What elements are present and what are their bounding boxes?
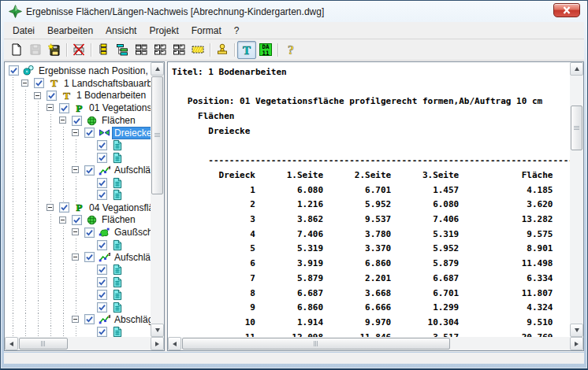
tree-item-label[interactable]: Abschläge: [112, 314, 151, 325]
outline-list-button[interactable]: [94, 41, 113, 59]
arrange-windows-1-button[interactable]: [132, 41, 151, 59]
tree-item-dreiecke[interactable]: Dreiecke: [5, 127, 151, 139]
tree-checkbox[interactable]: [95, 239, 110, 251]
tree-collapse-button[interactable]: [57, 114, 69, 127]
tree-item-label[interactable]: Dreiecke: [112, 127, 151, 139]
tree-item-abschl-ge[interactable]: ±Abschläge: [5, 313, 151, 326]
tree-item-document[interactable]: [5, 301, 151, 313]
tree-item-gau-sche[interactable]: Gaußsche: [5, 226, 151, 239]
tree-horizontal-scrollbar[interactable]: [5, 337, 164, 350]
tree-item-aufschl-ge[interactable]: ±Aufschläge: [5, 164, 151, 176]
tree-checkbox[interactable]: [95, 176, 110, 189]
tree-item-document[interactable]: [5, 152, 151, 165]
tree-checkbox[interactable]: [95, 139, 110, 152]
tree-checkbox[interactable]: [95, 288, 110, 301]
save-as-button[interactable]: [45, 41, 64, 59]
tree-item-document[interactable]: [5, 276, 151, 289]
tree-checkbox[interactable]: [82, 313, 97, 326]
tree-item-04-vegationsfl-chen[interactable]: P04 Vegationsflächen: [5, 202, 151, 214]
select-area-button[interactable]: [188, 41, 207, 59]
tree-item-document[interactable]: [5, 176, 151, 189]
tree-collapse-button[interactable]: [69, 226, 82, 239]
tree-collapse-button[interactable]: [19, 77, 32, 90]
tree-vscroll-thumb[interactable]: [151, 76, 163, 194]
menu-ansicht[interactable]: Ansicht: [99, 23, 143, 39]
tree-collapse-button[interactable]: [57, 214, 69, 227]
format-text-button[interactable]: T: [237, 41, 256, 59]
tree-item-document[interactable]: [5, 239, 151, 251]
arrange-windows-3-button[interactable]: [169, 41, 188, 59]
tree-checkbox[interactable]: [44, 90, 59, 102]
tree-vertical-scrollbar[interactable]: [151, 62, 164, 337]
new-document-button[interactable]: [7, 41, 26, 59]
tree-hscroll-thumb[interactable]: [19, 338, 68, 350]
tree-item-document[interactable]: [5, 264, 151, 276]
tree-item-label[interactable]: 04 Vegationsflächen: [87, 202, 151, 213]
tree-item-label[interactable]: Ergebnisse nach Position, Län: [36, 65, 151, 76]
tree-item-label[interactable]: 1 Bodenarbeiten: [74, 90, 148, 101]
report-hscroll-thumb[interactable]: [182, 338, 450, 350]
tree-checkbox[interactable]: [95, 264, 110, 276]
tree-checkbox[interactable]: [57, 202, 72, 214]
close-button[interactable]: [553, 3, 580, 17]
report-vertical-scrollbar[interactable]: [570, 62, 583, 337]
scroll-right-button[interactable]: [570, 337, 583, 350]
tree-item-1-landschaftsbauarbeiten[interactable]: T1 Landschaftsbauarbeiten: [5, 77, 151, 90]
tree-item-fl-chen[interactable]: Flächen: [5, 214, 151, 227]
menu-datei[interactable]: Datei: [6, 23, 41, 39]
tree-checkbox[interactable]: [95, 301, 110, 313]
tree-item-01-vegetationsfl-che[interactable]: P01 Vegetationsfläche: [5, 102, 151, 114]
tree-collapse-button[interactable]: [69, 251, 82, 264]
tree-item-document[interactable]: [5, 189, 151, 202]
tree-checkbox[interactable]: [69, 114, 84, 127]
menu-bearbeiten[interactable]: Bearbeiten: [41, 23, 99, 39]
tree-item-ergebnisse-nach-position-l-n[interactable]: Ergebnisse nach Position, Län: [5, 65, 151, 77]
tree-checkbox[interactable]: [95, 276, 110, 289]
scroll-down-button[interactable]: [570, 324, 583, 337]
tree-checkbox[interactable]: [6, 65, 21, 77]
report-horizontal-scrollbar[interactable]: [168, 337, 583, 350]
tree-item-label[interactable]: Flächen: [99, 115, 138, 126]
tree-item-1-bodenarbeiten[interactable]: T1 Bodenarbeiten: [5, 90, 151, 102]
tree-item-aufschl-ge[interactable]: ±Aufschläge: [5, 251, 151, 264]
report-vscroll-thumb[interactable]: [571, 105, 582, 150]
tree-collapse-button[interactable]: [69, 313, 82, 326]
scroll-right-button[interactable]: [151, 337, 164, 350]
tree-item-fl-chen[interactable]: Flächen: [5, 114, 151, 127]
scroll-down-button[interactable]: [151, 324, 164, 337]
tree-collapse-button[interactable]: [32, 90, 44, 102]
tree-checkbox[interactable]: [82, 226, 97, 239]
help-button[interactable]: ?: [281, 41, 300, 59]
tree-checkbox[interactable]: [82, 251, 97, 264]
tree-item-document[interactable]: [5, 288, 151, 301]
tree-checkbox[interactable]: [82, 164, 97, 176]
tree-collapse-button[interactable]: [44, 202, 57, 214]
scroll-up-button[interactable]: [570, 62, 583, 76]
save-button[interactable]: [26, 41, 45, 59]
tree-checkbox[interactable]: [95, 189, 110, 202]
tree-checkbox[interactable]: [32, 77, 47, 90]
scroll-up-button[interactable]: [151, 62, 164, 76]
menu-format[interactable]: Format: [185, 23, 228, 39]
tree-item-label[interactable]: Aufschläge: [112, 165, 151, 176]
da11-button[interactable]: DA11: [256, 41, 275, 59]
scroll-left-button[interactable]: [5, 337, 18, 350]
tree-collapse-button[interactable]: [69, 127, 82, 139]
tree-item-label[interactable]: Flächen: [99, 214, 138, 225]
tree-item-label[interactable]: Gaußsche: [112, 227, 151, 238]
tree-item-document[interactable]: [5, 326, 151, 337]
tree-item-label[interactable]: Aufschläge: [112, 252, 151, 263]
menu-projekt[interactable]: Projekt: [143, 23, 184, 39]
tree-checkbox[interactable]: [69, 214, 84, 227]
scroll-left-button[interactable]: [168, 337, 181, 350]
tree-item-label[interactable]: 01 Vegetationsfläche: [87, 102, 151, 113]
tree-checkbox[interactable]: [95, 326, 110, 337]
stamp-button[interactable]: [213, 41, 232, 59]
tree-structure-button[interactable]: [113, 41, 132, 59]
arrange-windows-2-button[interactable]: [151, 41, 169, 59]
tree-checkbox[interactable]: [95, 152, 110, 165]
tree-checkbox[interactable]: [57, 102, 72, 114]
tree-collapse-button[interactable]: [69, 164, 82, 176]
tree-checkbox[interactable]: [82, 127, 97, 139]
tree-collapse-button[interactable]: [44, 102, 57, 114]
